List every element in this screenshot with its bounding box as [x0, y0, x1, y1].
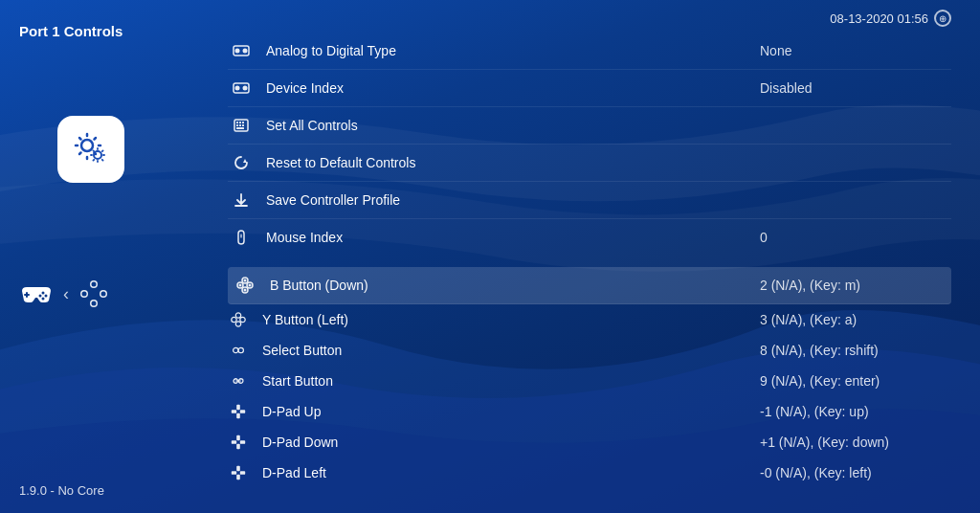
menu-item-dpad-down[interactable]: D-Pad Down +1 (N/A), (Key: down) — [228, 427, 951, 457]
arrow-left-icon[interactable]: ‹ — [63, 284, 69, 304]
svg-rect-54 — [236, 444, 240, 449]
section-separator — [228, 256, 951, 267]
b-button-value: 2 (N/A), (Key: m) — [760, 278, 951, 293]
svg-point-14 — [92, 301, 97, 306]
svg-point-43 — [232, 317, 236, 322]
top-menu-section: Analog to Digital Type None Device Index… — [228, 33, 951, 256]
svg-rect-3 — [24, 294, 30, 296]
device-index-label: Device Index — [266, 80, 760, 96]
svg-point-6 — [39, 295, 42, 298]
buttons-circle-icon — [78, 279, 109, 309]
menu-item-save-profile[interactable]: Save Controller Profile — [228, 182, 951, 219]
sidebar: Port 1 Controls ‹ — [0, 0, 228, 513]
svg-point-15 — [82, 292, 87, 297]
svg-point-7 — [42, 298, 45, 301]
svg-point-37 — [249, 284, 252, 287]
svg-rect-27 — [239, 124, 241, 126]
device-index-icon — [228, 75, 255, 101]
mouse-icon — [228, 224, 255, 251]
svg-rect-29 — [236, 127, 244, 129]
svg-rect-57 — [236, 466, 240, 471]
start-button-value: 9 (N/A), (Key: enter) — [760, 373, 951, 389]
save-profile-label: Save Controller Profile — [266, 192, 760, 208]
mouse-index-value: 0 — [760, 230, 951, 245]
svg-rect-58 — [236, 475, 240, 480]
menu-item-start-button[interactable]: Start Button 9 (N/A), (Key: enter) — [228, 366, 951, 396]
y-button-value: 3 (N/A), (Key: a) — [760, 312, 951, 327]
menu-item-reset-default[interactable]: Reset to Default Controls — [228, 145, 951, 182]
datetime-display: 08-13-2020 01:56 ⊕ — [830, 10, 951, 27]
menu-item-set-all-controls[interactable]: Set All Controls — [228, 107, 951, 145]
set-all-controls-label: Set All Controls — [266, 118, 760, 133]
svg-point-41 — [240, 317, 245, 322]
svg-rect-25 — [242, 122, 244, 123]
port-title: Port 1 Controls — [19, 15, 228, 39]
analog-digital-icon — [228, 37, 255, 64]
svg-rect-52 — [240, 410, 245, 413]
svg-point-1 — [94, 151, 101, 159]
main-content: 08-13-2020 01:56 ⊕ Analog to Digital Typ… — [228, 0, 980, 513]
mouse-index-label: Mouse Index — [266, 230, 760, 245]
controller-row: ‹ — [19, 279, 228, 309]
svg-rect-53 — [236, 435, 240, 440]
svg-point-40 — [235, 313, 240, 318]
menu-item-dpad-up[interactable]: D-Pad Up -1 (N/A), (Key: up) — [228, 396, 951, 427]
svg-rect-49 — [236, 405, 240, 410]
dpad-left-value: -0 (N/A), (Key: left) — [760, 465, 951, 480]
svg-rect-60 — [240, 471, 245, 475]
clock-icon: ⊕ — [934, 10, 951, 27]
dpad-down-icon — [228, 432, 249, 453]
svg-rect-28 — [242, 124, 244, 126]
svg-point-42 — [235, 322, 240, 326]
svg-point-44 — [234, 347, 238, 352]
y-button-icon — [228, 309, 249, 330]
svg-rect-26 — [236, 124, 238, 126]
y-button-label: Y Button (Left) — [262, 312, 760, 327]
svg-rect-24 — [239, 122, 241, 123]
dpad-up-value: -1 (N/A), (Key: up) — [760, 404, 951, 419]
menu-item-mouse-index[interactable]: Mouse Index 0 — [228, 219, 951, 256]
svg-rect-56 — [240, 440, 245, 444]
b-button-label: B Button (Down) — [270, 278, 760, 293]
start-button-label: Start Button — [262, 373, 760, 389]
menu-item-b-button[interactable]: B Button (Down) 2 (N/A), (Key: m) — [228, 267, 951, 304]
svg-point-36 — [244, 279, 247, 282]
dpad-up-icon — [228, 401, 249, 422]
menu-item-y-button[interactable]: Y Button (Left) 3 (N/A), (Key: a) — [228, 304, 951, 335]
select-button-value: 8 (N/A), (Key: rshift) — [760, 343, 951, 358]
menu-item-dpad-left[interactable]: D-Pad Left -0 (N/A), (Key: left) — [228, 457, 951, 488]
dpad-down-label: D-Pad Down — [262, 435, 760, 450]
svg-point-13 — [101, 292, 106, 297]
svg-rect-50 — [236, 413, 240, 418]
menu-item-device-index[interactable]: Device Index Disabled — [228, 70, 951, 107]
analog-digital-value: None — [760, 43, 951, 58]
svg-point-0 — [81, 140, 93, 151]
menu-item-select-button[interactable]: Select Button 8 (N/A), (Key: rshift) — [228, 335, 951, 366]
menu-item-analog-digital[interactable]: Analog to Digital Type None — [228, 33, 951, 70]
svg-point-39 — [239, 284, 242, 287]
select-button-label: Select Button — [262, 343, 760, 358]
reset-icon — [228, 149, 255, 176]
version-label: 1.9.0 - No Core — [19, 483, 104, 498]
svg-point-45 — [238, 347, 243, 352]
reset-default-label: Reset to Default Controls — [266, 155, 760, 170]
start-button-icon — [228, 370, 249, 391]
svg-point-20 — [235, 86, 240, 91]
device-index-value: Disabled — [760, 80, 951, 96]
settings-icon-container — [57, 116, 124, 183]
svg-point-38 — [244, 289, 247, 292]
button-mappings-section: B Button (Down) 2 (N/A), (Key: m) Y Butt… — [228, 267, 951, 488]
svg-point-18 — [243, 49, 248, 54]
b-button-icon — [232, 272, 258, 299]
svg-rect-23 — [236, 122, 238, 123]
dpad-left-icon — [228, 462, 249, 483]
controller-icon — [19, 283, 54, 304]
svg-point-17 — [235, 49, 240, 54]
gear-icon — [70, 128, 112, 170]
datetime-text: 08-13-2020 01:56 — [830, 11, 928, 26]
save-icon — [228, 187, 255, 213]
select-button-icon — [228, 340, 249, 361]
svg-point-5 — [45, 295, 48, 298]
dpad-up-label: D-Pad Up — [262, 404, 760, 419]
svg-point-12 — [92, 282, 97, 287]
